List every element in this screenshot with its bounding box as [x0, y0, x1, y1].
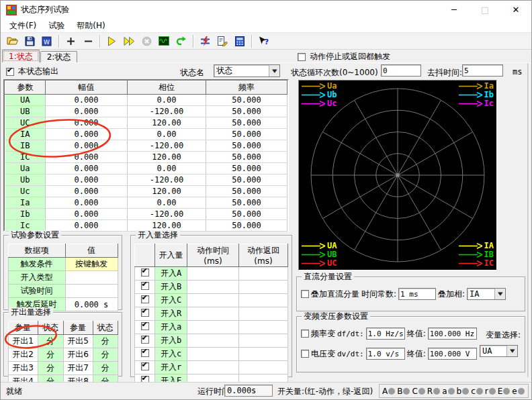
param-value-cell[interactable]: -120.00	[128, 209, 206, 220]
param-value-cell[interactable]: 0.000	[46, 106, 128, 117]
toolbar-save-button[interactable]	[21, 34, 38, 49]
param-value-cell[interactable]: 0.000	[46, 140, 128, 152]
debounce-input[interactable]	[462, 64, 503, 77]
toolbar-trigger-button[interactable]	[196, 34, 214, 49]
chevron-down-icon[interactable]: ▼	[269, 65, 279, 77]
tab-2-state[interactable]: 2:状态	[40, 51, 78, 62]
toolbar-report-button[interactable]	[214, 34, 231, 49]
param-value-cell[interactable]: 50.000	[206, 163, 287, 174]
param-value-cell[interactable]: 50.000	[206, 106, 287, 117]
freq-end-input[interactable]	[428, 328, 477, 340]
toolbar-export-doc-button[interactable]: W	[38, 34, 56, 49]
param-value-cell[interactable]: 120.00	[128, 117, 206, 129]
input-channel-checkbox[interactable]: ✔	[141, 282, 149, 290]
toolbar-stop-button[interactable]	[138, 34, 155, 49]
runtime-value: 0.000s	[224, 385, 273, 397]
toolbar-waveform-button[interactable]	[155, 34, 173, 49]
param-value-cell[interactable]: 50.000	[206, 197, 287, 209]
param-value-cell[interactable]: 50.000	[206, 140, 287, 152]
param-value-cell[interactable]: 0.000	[46, 117, 128, 129]
save-icon	[25, 36, 35, 46]
menu-item-1[interactable]: 试验	[42, 19, 71, 33]
close-button[interactable]: ✕	[500, 1, 531, 19]
minimize-button[interactable]: ─	[439, 1, 470, 19]
param-value-cell[interactable]: 50.000	[206, 174, 287, 186]
param-value-cell[interactable]: 0.00	[128, 197, 206, 209]
chevron-down-icon[interactable]: ▼	[506, 346, 517, 356]
time-constant-input[interactable]	[398, 288, 436, 300]
param-value-cell[interactable]: 50.000	[206, 152, 287, 163]
input-channel-checkbox[interactable]: ✔	[141, 309, 149, 317]
state-name-combo[interactable]: 状态 ▼	[214, 64, 280, 77]
undo-icon	[176, 36, 187, 46]
param-value-cell[interactable]: 0.000	[46, 197, 128, 209]
superimpose-phase-combo[interactable]: IA ▼	[467, 288, 506, 300]
input-channel-checkbox[interactable]: ✔	[141, 295, 149, 303]
param-value-cell[interactable]: 120.00	[128, 220, 206, 232]
output-state-cell[interactable]: 分	[38, 348, 63, 362]
param-value-cell[interactable]: 0.000	[46, 129, 128, 140]
maximize-button[interactable]: □	[470, 1, 500, 19]
volt-change-checkbox[interactable]	[301, 350, 309, 358]
loop-count-input[interactable]	[381, 64, 421, 77]
param-value-cell[interactable]: 50.000	[206, 129, 287, 140]
test-param-value-cell[interactable]: 按键触发	[65, 258, 118, 271]
dc-superimpose-checkbox[interactable]	[301, 290, 309, 298]
freq-change-checkbox[interactable]	[301, 330, 309, 338]
param-name-cell: Ib	[5, 209, 46, 220]
toolbar-help-button[interactable]: ?	[255, 34, 272, 49]
param-value-cell[interactable]: -120.00	[128, 140, 206, 152]
param-value-cell[interactable]: 0.000	[46, 152, 128, 163]
toolbar-run-button[interactable]	[103, 34, 120, 49]
param-value-cell[interactable]: 0.000	[46, 209, 128, 220]
test-param-value-cell[interactable]	[65, 271, 118, 285]
volt-end-input[interactable]	[428, 348, 477, 360]
toolbar-undo-button[interactable]	[173, 34, 190, 49]
tab-1-state[interactable]: 1:状态	[2, 50, 40, 62]
param-value-cell[interactable]: 0.000	[46, 220, 128, 232]
variable-select-combo[interactable]: UA ▼	[480, 345, 518, 357]
param-value-cell[interactable]: 50.000	[206, 117, 287, 129]
test-param-value-cell[interactable]	[65, 285, 118, 298]
param-value-cell[interactable]: 0.00	[128, 129, 206, 140]
chevron-down-icon[interactable]: ▼	[494, 289, 505, 299]
output-state-cell[interactable]: 分	[38, 335, 63, 348]
input-channel-checkbox[interactable]: ✔	[141, 336, 149, 344]
param-value-cell[interactable]: 50.000	[206, 209, 287, 220]
param-value-cell[interactable]: 120.00	[128, 186, 206, 197]
param-value-cell[interactable]: 0.00	[128, 163, 206, 174]
menu-item-2[interactable]: 帮助(H)	[71, 19, 111, 33]
param-value-cell[interactable]: -120.00	[128, 106, 206, 117]
toolbar-remove-state-button[interactable]	[79, 34, 97, 49]
param-value-cell[interactable]: 0.00	[128, 95, 206, 106]
toolbar-calculator-button[interactable]	[231, 34, 249, 49]
output-state-cell[interactable]: 分	[93, 348, 118, 362]
input-channel-checkbox[interactable]: ✔	[141, 362, 149, 370]
test-param-value-cell[interactable]: 0.000 s	[65, 298, 118, 311]
df-dt-input[interactable]	[366, 328, 405, 340]
toolbar-run-fast-button[interactable]	[120, 34, 138, 49]
param-value-cell[interactable]: 0.000	[46, 186, 128, 197]
dv-dt-input[interactable]	[366, 348, 405, 360]
param-value-cell[interactable]: 0.000	[46, 174, 128, 186]
stop-or-return-checkbox[interactable]	[298, 53, 306, 61]
output-state-cell[interactable]: 分	[93, 362, 118, 375]
output-state-cell[interactable]: 分	[38, 362, 63, 375]
param-value-cell[interactable]: 50.000	[206, 95, 287, 106]
dv-dt-label: dv/dt:	[337, 350, 364, 358]
param-value-cell[interactable]: 50.000	[206, 220, 287, 232]
input-channel-label: 开入A	[155, 267, 187, 281]
param-value-cell[interactable]: 0.000	[46, 163, 128, 174]
toolbar-add-state-button[interactable]	[62, 34, 79, 49]
param-value-cell[interactable]: -120.00	[128, 174, 206, 186]
state-output-checkbox[interactable]: ✔	[6, 68, 14, 76]
output-state-cell[interactable]: 分	[93, 335, 118, 348]
param-value-cell[interactable]: 0.000	[46, 95, 128, 106]
menu-item-0[interactable]: 文件(F)	[3, 19, 42, 33]
param-value-cell[interactable]: 120.00	[128, 152, 206, 163]
param-value-cell[interactable]: 50.000	[206, 186, 287, 197]
input-channel-checkbox[interactable]: ✔	[141, 322, 149, 330]
input-channel-checkbox[interactable]: ✔	[141, 349, 149, 357]
toolbar-open-button[interactable]	[3, 34, 21, 49]
input-channel-checkbox[interactable]: ✔	[141, 268, 149, 277]
